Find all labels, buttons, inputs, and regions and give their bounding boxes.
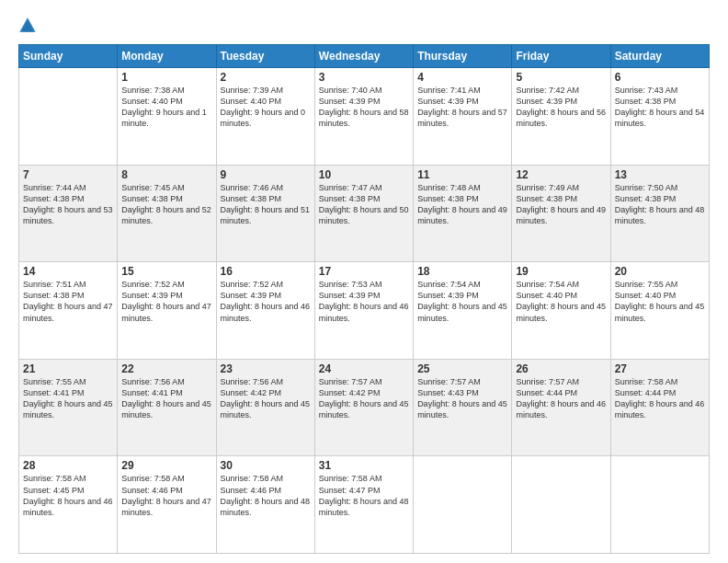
calendar-cell bbox=[19, 68, 118, 166]
day-number: 22 bbox=[121, 362, 211, 375]
calendar-cell: 14Sunrise: 7:51 AMSunset: 4:38 PMDayligh… bbox=[19, 262, 118, 360]
logo bbox=[18, 17, 39, 35]
cell-info: Sunrise: 7:58 AMSunset: 4:45 PMDaylight:… bbox=[23, 473, 113, 518]
calendar-cell: 25Sunrise: 7:57 AMSunset: 4:43 PMDayligh… bbox=[414, 359, 512, 456]
cell-info: Sunrise: 7:55 AMSunset: 4:40 PMDaylight:… bbox=[615, 279, 705, 324]
cell-info: Sunrise: 7:58 AMSunset: 4:47 PMDaylight:… bbox=[319, 473, 409, 518]
calendar-cell: 8Sunrise: 7:45 AMSunset: 4:38 PMDaylight… bbox=[118, 165, 216, 262]
cell-info: Sunrise: 7:56 AMSunset: 4:41 PMDaylight:… bbox=[121, 376, 211, 421]
cell-info: Sunrise: 7:45 AMSunset: 4:38 PMDaylight:… bbox=[121, 182, 211, 227]
cell-info: Sunrise: 7:56 AMSunset: 4:42 PMDaylight:… bbox=[221, 376, 311, 421]
cell-info: Sunrise: 7:47 AMSunset: 4:38 PMDaylight:… bbox=[319, 182, 409, 227]
day-number: 17 bbox=[319, 265, 409, 278]
day-number: 28 bbox=[23, 459, 113, 472]
calendar-day-header: Wednesday bbox=[314, 45, 413, 68]
calendar-cell: 7Sunrise: 7:44 AMSunset: 4:38 PMDaylight… bbox=[19, 165, 118, 262]
calendar-week-row: 28Sunrise: 7:58 AMSunset: 4:45 PMDayligh… bbox=[19, 456, 710, 554]
cell-info: Sunrise: 7:55 AMSunset: 4:41 PMDaylight:… bbox=[23, 376, 113, 421]
day-number: 3 bbox=[319, 71, 409, 84]
day-number: 23 bbox=[221, 362, 311, 375]
calendar-day-header: Tuesday bbox=[216, 45, 314, 68]
day-number: 26 bbox=[516, 362, 606, 375]
calendar-cell: 29Sunrise: 7:58 AMSunset: 4:46 PMDayligh… bbox=[118, 456, 216, 554]
calendar-cell: 23Sunrise: 7:56 AMSunset: 4:42 PMDayligh… bbox=[216, 359, 314, 456]
day-number: 16 bbox=[221, 265, 311, 278]
calendar-cell: 21Sunrise: 7:55 AMSunset: 4:41 PMDayligh… bbox=[19, 359, 118, 456]
calendar-cell: 1Sunrise: 7:38 AMSunset: 4:40 PMDaylight… bbox=[118, 68, 216, 166]
calendar-week-row: 14Sunrise: 7:51 AMSunset: 4:38 PMDayligh… bbox=[19, 262, 710, 360]
calendar-day-header: Monday bbox=[118, 45, 216, 68]
cell-info: Sunrise: 7:58 AMSunset: 4:44 PMDaylight:… bbox=[615, 376, 705, 421]
day-number: 4 bbox=[417, 71, 507, 84]
cell-info: Sunrise: 7:52 AMSunset: 4:39 PMDaylight:… bbox=[121, 279, 211, 324]
calendar-cell bbox=[512, 456, 610, 554]
calendar-cell: 31Sunrise: 7:58 AMSunset: 4:47 PMDayligh… bbox=[314, 456, 413, 554]
calendar-cell: 6Sunrise: 7:43 AMSunset: 4:38 PMDaylight… bbox=[610, 68, 709, 166]
cell-info: Sunrise: 7:40 AMSunset: 4:39 PMDaylight:… bbox=[319, 85, 409, 130]
cell-info: Sunrise: 7:58 AMSunset: 4:46 PMDaylight:… bbox=[221, 473, 311, 518]
calendar-cell: 15Sunrise: 7:52 AMSunset: 4:39 PMDayligh… bbox=[118, 262, 216, 360]
calendar-cell: 17Sunrise: 7:53 AMSunset: 4:39 PMDayligh… bbox=[314, 262, 413, 360]
cell-info: Sunrise: 7:42 AMSunset: 4:39 PMDaylight:… bbox=[516, 85, 606, 130]
calendar-cell bbox=[610, 456, 709, 554]
cell-info: Sunrise: 7:46 AMSunset: 4:38 PMDaylight:… bbox=[221, 182, 311, 227]
cell-info: Sunrise: 7:41 AMSunset: 4:39 PMDaylight:… bbox=[417, 85, 507, 130]
day-number: 6 bbox=[615, 71, 705, 84]
calendar-cell: 13Sunrise: 7:50 AMSunset: 4:38 PMDayligh… bbox=[610, 165, 709, 262]
day-number: 14 bbox=[23, 265, 113, 278]
calendar-day-header: Sunday bbox=[19, 45, 118, 68]
calendar-cell: 11Sunrise: 7:48 AMSunset: 4:38 PMDayligh… bbox=[414, 165, 512, 262]
calendar-cell bbox=[414, 456, 512, 554]
calendar-cell: 4Sunrise: 7:41 AMSunset: 4:39 PMDaylight… bbox=[414, 68, 512, 166]
day-number: 9 bbox=[221, 168, 311, 181]
day-number: 18 bbox=[417, 265, 507, 278]
cell-info: Sunrise: 7:51 AMSunset: 4:38 PMDaylight:… bbox=[23, 279, 113, 324]
calendar-week-row: 21Sunrise: 7:55 AMSunset: 4:41 PMDayligh… bbox=[19, 359, 710, 456]
day-number: 19 bbox=[516, 265, 606, 278]
cell-info: Sunrise: 7:48 AMSunset: 4:38 PMDaylight:… bbox=[417, 182, 507, 227]
day-number: 12 bbox=[516, 168, 606, 181]
calendar-table: SundayMondayTuesdayWednesdayThursdayFrid… bbox=[18, 44, 710, 554]
calendar-cell: 18Sunrise: 7:54 AMSunset: 4:39 PMDayligh… bbox=[414, 262, 512, 360]
calendar-cell: 9Sunrise: 7:46 AMSunset: 4:38 PMDaylight… bbox=[216, 165, 314, 262]
day-number: 1 bbox=[121, 71, 211, 84]
day-number: 13 bbox=[615, 168, 705, 181]
calendar-cell: 24Sunrise: 7:57 AMSunset: 4:42 PMDayligh… bbox=[314, 359, 413, 456]
cell-info: Sunrise: 7:43 AMSunset: 4:38 PMDaylight:… bbox=[615, 85, 705, 130]
calendar-cell: 30Sunrise: 7:58 AMSunset: 4:46 PMDayligh… bbox=[216, 456, 314, 554]
day-number: 29 bbox=[121, 459, 211, 472]
cell-info: Sunrise: 7:53 AMSunset: 4:39 PMDaylight:… bbox=[319, 279, 409, 324]
cell-info: Sunrise: 7:57 AMSunset: 4:42 PMDaylight:… bbox=[319, 376, 409, 421]
cell-info: Sunrise: 7:57 AMSunset: 4:43 PMDaylight:… bbox=[417, 376, 507, 421]
calendar-cell: 12Sunrise: 7:49 AMSunset: 4:38 PMDayligh… bbox=[512, 165, 610, 262]
calendar-day-header: Thursday bbox=[414, 45, 512, 68]
day-number: 20 bbox=[615, 265, 705, 278]
cell-info: Sunrise: 7:44 AMSunset: 4:38 PMDaylight:… bbox=[23, 182, 113, 227]
calendar-cell: 16Sunrise: 7:52 AMSunset: 4:39 PMDayligh… bbox=[216, 262, 314, 360]
day-number: 31 bbox=[319, 459, 409, 472]
calendar-header-row: SundayMondayTuesdayWednesdayThursdayFrid… bbox=[19, 45, 710, 68]
day-number: 30 bbox=[221, 459, 311, 472]
calendar-cell: 26Sunrise: 7:57 AMSunset: 4:44 PMDayligh… bbox=[512, 359, 610, 456]
day-number: 8 bbox=[121, 168, 211, 181]
calendar-cell: 2Sunrise: 7:39 AMSunset: 4:40 PMDaylight… bbox=[216, 68, 314, 166]
calendar-week-row: 7Sunrise: 7:44 AMSunset: 4:38 PMDaylight… bbox=[19, 165, 710, 262]
cell-info: Sunrise: 7:52 AMSunset: 4:39 PMDaylight:… bbox=[221, 279, 311, 324]
cell-info: Sunrise: 7:54 AMSunset: 4:40 PMDaylight:… bbox=[516, 279, 606, 324]
day-number: 10 bbox=[319, 168, 409, 181]
day-number: 5 bbox=[516, 71, 606, 84]
cell-info: Sunrise: 7:50 AMSunset: 4:38 PMDaylight:… bbox=[615, 182, 705, 227]
calendar-day-header: Saturday bbox=[610, 45, 709, 68]
day-number: 15 bbox=[121, 265, 211, 278]
header bbox=[18, 17, 710, 35]
logo-icon bbox=[18, 17, 37, 35]
day-number: 11 bbox=[417, 168, 507, 181]
cell-info: Sunrise: 7:54 AMSunset: 4:39 PMDaylight:… bbox=[417, 279, 507, 324]
cell-info: Sunrise: 7:58 AMSunset: 4:46 PMDaylight:… bbox=[121, 473, 211, 518]
day-number: 24 bbox=[319, 362, 409, 375]
cell-info: Sunrise: 7:38 AMSunset: 4:40 PMDaylight:… bbox=[121, 85, 211, 130]
cell-info: Sunrise: 7:57 AMSunset: 4:44 PMDaylight:… bbox=[516, 376, 606, 421]
calendar-cell: 27Sunrise: 7:58 AMSunset: 4:44 PMDayligh… bbox=[610, 359, 709, 456]
calendar-week-row: 1Sunrise: 7:38 AMSunset: 4:40 PMDaylight… bbox=[19, 68, 710, 166]
day-number: 21 bbox=[23, 362, 113, 375]
